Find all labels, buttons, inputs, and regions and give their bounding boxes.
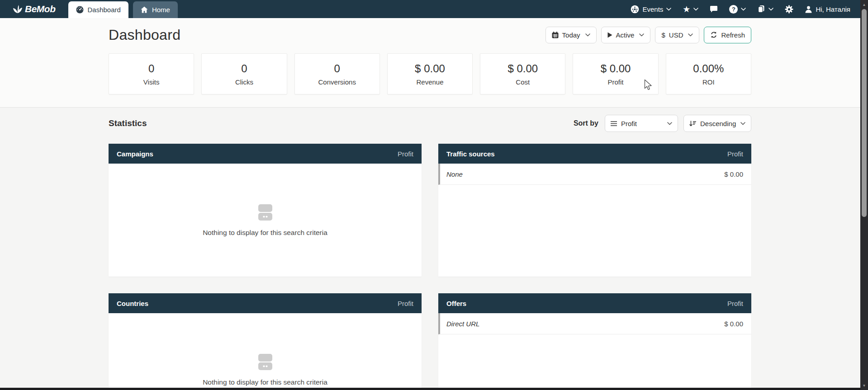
- stat-label: Clicks: [235, 78, 253, 86]
- stat-value: $ 0.00: [415, 62, 445, 75]
- date-range-button[interactable]: Today: [545, 27, 597, 43]
- favorites-menu[interactable]: ★: [683, 5, 698, 14]
- stat-card-visits: 0 Visits: [109, 53, 194, 94]
- stat-card-conversions: 0 Conversions: [294, 53, 380, 94]
- panel-offers: Offers Profit Direct URL $ 0.00: [438, 293, 751, 390]
- panel-header: Traffic sources Profit: [438, 144, 751, 164]
- panel-header: Offers Profit: [438, 293, 751, 313]
- currency-label: USD: [669, 31, 683, 39]
- panel-metric-label: Profit: [727, 150, 743, 158]
- empty-state-text: Nothing to display for this search crite…: [203, 378, 327, 386]
- tab-dashboard-label: Dashboard: [88, 6, 121, 14]
- stat-value: 0.00%: [693, 62, 724, 75]
- bemob-logo-icon: [13, 5, 23, 14]
- sort-controls: Sort by Profit Descending: [574, 115, 751, 132]
- stat-value: $ 0.00: [508, 62, 538, 75]
- gear-icon: [785, 5, 793, 14]
- refresh-button[interactable]: Refresh: [704, 27, 751, 43]
- events-menu[interactable]: Events: [631, 5, 671, 14]
- refresh-icon: [710, 31, 717, 38]
- date-range-label: Today: [562, 31, 580, 39]
- dollar-icon: $: [661, 31, 665, 39]
- tab-home[interactable]: Home: [133, 1, 178, 18]
- panel-metric-label: Profit: [398, 150, 413, 158]
- panel-rows: Direct URL $ 0.00: [438, 313, 751, 390]
- row-value: $ 0.00: [724, 170, 743, 178]
- stat-value: $ 0.00: [601, 62, 631, 75]
- stat-label: Visits: [143, 78, 160, 86]
- dashboard-header-section: Dashboard Today: [0, 18, 868, 108]
- row-value: $ 0.00: [724, 320, 743, 328]
- page-title: Dashboard: [109, 27, 180, 43]
- stat-value: 0: [241, 62, 247, 75]
- feedback-button[interactable]: [710, 5, 718, 13]
- chevron-down-icon: [693, 8, 698, 11]
- dashboard-gauge-icon: [76, 6, 84, 14]
- star-icon: ★: [683, 5, 690, 14]
- panel-empty-state: Nothing to display for this search crite…: [109, 313, 422, 390]
- panel-countries: Countries Profit Nothing to display for …: [109, 293, 422, 390]
- help-menu[interactable]: ?: [729, 5, 746, 14]
- stat-label: Revenue: [416, 78, 443, 86]
- stat-label: Cost: [516, 78, 530, 86]
- row-name: None: [446, 170, 463, 178]
- statistics-heading: Statistics: [109, 118, 147, 128]
- panel-rows: None $ 0.00: [438, 164, 751, 277]
- stat-value: 0: [334, 62, 340, 75]
- stat-card-revenue: $ 0.00 Revenue: [387, 53, 473, 94]
- user-menu[interactable]: Hi, Наталія: [805, 5, 850, 13]
- chevron-down-icon: [585, 33, 590, 37]
- sort-by-label: Sort by: [574, 119, 598, 127]
- chevron-down-icon: [666, 8, 671, 11]
- panel-header: Countries Profit: [109, 293, 422, 313]
- scrollbar[interactable]: ▲ ▼: [860, 0, 868, 390]
- stack-icon: [757, 5, 765, 13]
- settings-button[interactable]: [785, 5, 793, 14]
- sort-field-value: Profit: [621, 120, 637, 127]
- refresh-label: Refresh: [721, 31, 745, 39]
- stat-card-profit: $ 0.00 Profit: [573, 53, 658, 94]
- scroll-up-arrow[interactable]: ▲: [860, 1, 868, 8]
- sort-field-select[interactable]: Profit: [605, 115, 678, 132]
- panel-traffic-sources: Traffic sources Profit None $ 0.00: [438, 144, 751, 277]
- panel-metric-label: Profit: [398, 300, 413, 307]
- empty-state-text: Nothing to display for this search crite…: [203, 229, 327, 237]
- sort-direction-value: Descending: [700, 120, 736, 127]
- statistics-section: Statistics Sort by Profit Descending: [0, 108, 868, 390]
- tab-home-label: Home: [152, 6, 170, 14]
- status-filter-button[interactable]: Active: [601, 27, 651, 43]
- table-row[interactable]: Direct URL $ 0.00: [438, 313, 751, 334]
- panel-metric-label: Profit: [727, 300, 743, 307]
- stat-label: ROI: [702, 78, 715, 86]
- sort-direction-select[interactable]: Descending: [683, 115, 751, 132]
- bemob-logo[interactable]: BeMob: [13, 0, 56, 18]
- panel-title: Offers: [446, 300, 466, 307]
- user-icon: [805, 5, 812, 13]
- calendar-icon: [552, 32, 559, 38]
- scroll-down-arrow[interactable]: ▼: [860, 382, 868, 389]
- panel-title: Campaigns: [117, 150, 153, 158]
- resources-menu[interactable]: [757, 5, 773, 13]
- chevron-down-icon: [768, 8, 773, 11]
- chevron-down-icon: [741, 8, 746, 11]
- panel-title: Traffic sources: [446, 150, 495, 158]
- scrollbar-thumb[interactable]: [862, 9, 867, 217]
- panel-campaigns: Campaigns Profit Nothing to display for …: [109, 144, 422, 277]
- tab-dashboard[interactable]: Dashboard: [68, 1, 128, 18]
- taskbar-edge: [0, 388, 860, 390]
- dashboard-controls: Today Active $ USD: [545, 27, 751, 43]
- stat-label: Conversions: [318, 78, 356, 86]
- chevron-down-icon: [639, 33, 644, 37]
- home-icon: [141, 6, 148, 13]
- stat-card-clicks: 0 Clicks: [201, 53, 287, 94]
- row-name: Direct URL: [446, 320, 479, 328]
- summary-cards: 0 Visits 0 Clicks 0 Conversions $ 0.00 R…: [109, 53, 751, 94]
- events-icon: [631, 5, 639, 14]
- list-icon: [611, 121, 617, 126]
- panel-title: Countries: [117, 300, 148, 307]
- table-row[interactable]: None $ 0.00: [438, 164, 751, 185]
- currency-button[interactable]: $ USD: [655, 27, 699, 43]
- sort-descending-icon: [689, 121, 696, 127]
- stat-card-roi: 0.00% ROI: [666, 53, 751, 94]
- top-navbar: BeMob Dashboard Home: [0, 0, 868, 18]
